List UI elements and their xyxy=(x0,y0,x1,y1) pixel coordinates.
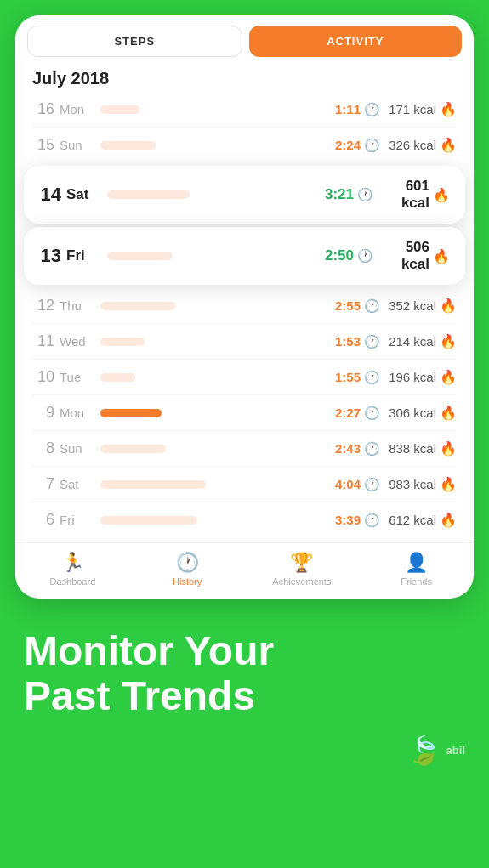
day-number: 15 xyxy=(32,136,54,154)
activity-row[interactable]: 11Wed1:53🕐214 kcal🔥 xyxy=(15,324,474,359)
kcal-value: 352 kcal xyxy=(384,298,436,313)
phone-card: STEPS ACTIVITY July 2018 16Mon1:11🕐171 k… xyxy=(15,15,474,599)
day-number: 16 xyxy=(32,100,54,118)
flame-icon: 🔥 xyxy=(433,248,450,264)
activity-bar xyxy=(107,252,313,260)
kcal-value: 612 kcal xyxy=(384,513,436,527)
promo-text: Monitor Your Past Trends xyxy=(24,629,465,719)
kcal-value: 196 kcal xyxy=(384,370,436,384)
clock-icon: 🕐 xyxy=(364,138,380,153)
flame-icon: 🔥 xyxy=(440,137,457,153)
kcal-value: 506 kcal xyxy=(377,239,429,273)
day-name: Fri xyxy=(66,247,99,264)
kcal-value: 601 kcal xyxy=(377,178,429,212)
nav-icon: 🏃 xyxy=(61,552,84,574)
kcal-value: 326 kcal xyxy=(384,138,436,152)
time-value: 1:11 xyxy=(328,102,361,116)
time-value: 2:43 xyxy=(328,441,361,456)
flame-icon: 🔥 xyxy=(440,333,457,349)
activity-row[interactable]: 14Sat3:21🕐601 kcal🔥 xyxy=(24,166,465,224)
day-number: 6 xyxy=(32,511,54,529)
clock-icon: 🕐 xyxy=(364,334,380,349)
nav-label: Friends xyxy=(401,576,432,587)
flame-icon: 🔥 xyxy=(440,512,457,528)
nav-item-history[interactable]: 🕐History xyxy=(130,552,245,587)
activity-row[interactable]: 10Tue1:55🕐196 kcal🔥 xyxy=(15,360,474,394)
activity-row[interactable]: 7Sat4:04🕐983 kcal🔥 xyxy=(15,467,474,502)
activity-list: 16Mon1:11🕐171 kcal🔥15Sun2:24🕐326 kcal🔥14… xyxy=(15,92,474,537)
time-value: 3:39 xyxy=(328,513,361,527)
day-number: 10 xyxy=(32,368,54,386)
activity-bar xyxy=(100,373,320,382)
day-name: Fri xyxy=(60,513,92,527)
time-value: 4:04 xyxy=(328,477,361,491)
activity-row[interactable]: 13Fri2:50🕐506 kcal🔥 xyxy=(24,227,465,285)
day-number: 11 xyxy=(32,332,54,350)
day-name: Wed xyxy=(60,334,92,349)
time-value: 2:50 xyxy=(321,247,354,264)
flame-icon: 🔥 xyxy=(440,298,457,314)
flame-icon: 🔥 xyxy=(433,187,450,203)
day-name: Thu xyxy=(60,298,92,313)
nav-icon: 🏆 xyxy=(290,552,313,574)
activity-bar xyxy=(107,190,313,199)
day-number: 13 xyxy=(39,245,61,267)
kcal-value: 171 kcal xyxy=(384,102,436,116)
clock-icon: 🕐 xyxy=(364,298,380,314)
bottom-nav: 🏃Dashboard🕐History🏆Achievements👤Friends xyxy=(15,542,474,599)
activity-bar xyxy=(100,516,320,525)
nav-label: Dashboard xyxy=(49,576,95,587)
time-value: 3:21 xyxy=(321,186,354,203)
nav-icon: 🕐 xyxy=(176,552,199,574)
day-number: 14 xyxy=(39,184,61,206)
time-value: 1:53 xyxy=(328,334,361,349)
activity-bar xyxy=(100,338,320,346)
flame-icon: 🔥 xyxy=(440,101,457,117)
activity-row[interactable]: 15Sun2:24🕐326 kcal🔥 xyxy=(15,128,474,162)
nav-label: Achievements xyxy=(272,576,331,587)
promo-section: Monitor Your Past Trends xyxy=(0,599,489,735)
flame-icon: 🔥 xyxy=(440,440,457,457)
kcal-value: 983 kcal xyxy=(384,477,436,491)
activity-bar xyxy=(100,480,320,489)
day-number: 9 xyxy=(32,404,54,422)
day-name: Sat xyxy=(66,186,99,203)
logo-area: 🍃 abil xyxy=(0,735,489,782)
flame-icon: 🔥 xyxy=(440,405,457,421)
clock-icon: 🕐 xyxy=(364,102,380,117)
activity-row[interactable]: 12Thu2:55🕐352 kcal🔥 xyxy=(15,288,474,323)
activity-row[interactable]: 8Sun2:43🕐838 kcal🔥 xyxy=(15,431,474,466)
clock-icon: 🕐 xyxy=(357,248,373,264)
time-value: 2:27 xyxy=(328,406,361,420)
activity-row[interactable]: 16Mon1:11🕐171 kcal🔥 xyxy=(15,92,474,127)
activity-bar xyxy=(100,445,320,453)
time-value: 2:24 xyxy=(328,138,361,152)
day-number: 8 xyxy=(32,440,54,457)
clock-icon: 🕐 xyxy=(357,187,373,202)
activity-row[interactable]: 9Mon2:27🕐306 kcal🔥 xyxy=(15,395,474,430)
nav-label: History xyxy=(173,576,202,587)
day-number: 12 xyxy=(32,297,54,315)
activity-row[interactable]: 6Fri3:39🕐612 kcal🔥 xyxy=(15,502,474,537)
activity-bar xyxy=(100,141,320,150)
nav-item-dashboard[interactable]: 🏃Dashboard xyxy=(15,552,130,587)
steps-tab[interactable]: STEPS xyxy=(27,26,242,57)
activity-tab[interactable]: ACTIVITY xyxy=(249,26,463,57)
nav-item-friends[interactable]: 👤Friends xyxy=(359,552,474,587)
flame-icon: 🔥 xyxy=(440,476,457,492)
clock-icon: 🕐 xyxy=(364,513,380,528)
day-name: Sun xyxy=(60,441,92,456)
day-number: 7 xyxy=(32,475,54,493)
clock-icon: 🕐 xyxy=(364,370,380,385)
day-name: Sun xyxy=(60,138,92,152)
kcal-value: 214 kcal xyxy=(384,334,436,349)
kcal-value: 306 kcal xyxy=(384,406,436,420)
activity-bar xyxy=(100,409,320,417)
clock-icon: 🕐 xyxy=(364,406,380,421)
kcal-value: 838 kcal xyxy=(384,441,436,456)
activity-bar xyxy=(100,105,320,114)
day-name: Tue xyxy=(60,370,92,384)
month-header: July 2018 xyxy=(15,64,474,92)
nav-item-achievements[interactable]: 🏆Achievements xyxy=(245,552,360,587)
nav-icon: 👤 xyxy=(405,552,428,574)
